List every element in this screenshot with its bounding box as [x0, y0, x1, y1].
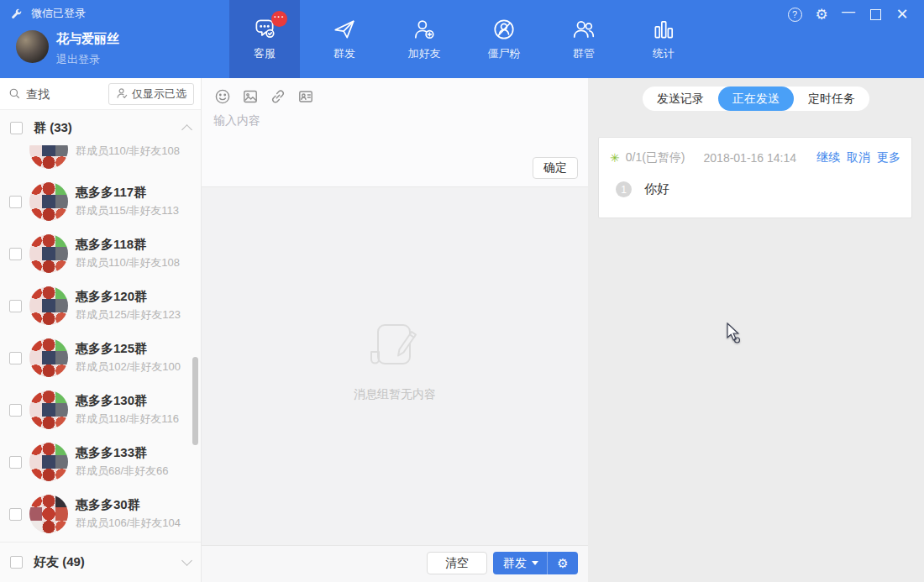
group-avatar	[29, 338, 68, 377]
group-avatar	[29, 443, 68, 481]
group-list-item[interactable]: 惠多多118群 群成员110/非好友108	[0, 228, 201, 280]
nav-item-customer-service[interactable]: ··· 客服	[229, 0, 300, 78]
group-list-item[interactable]: 惠多多117群 群成员115/非好友113	[0, 176, 201, 228]
cancel-link[interactable]: 取消	[847, 150, 870, 165]
empty-state: 消息组暂无内容	[354, 318, 436, 402]
send-button[interactable]: 群发	[493, 552, 547, 574]
image-button[interactable]	[241, 87, 260, 106]
group-checkbox[interactable]	[9, 352, 22, 364]
message-input[interactable]	[213, 113, 576, 150]
group-checkbox[interactable]	[9, 508, 22, 521]
composer-footer: 清空 群发 ⚙	[202, 545, 588, 582]
group-list-item[interactable]: 惠多多30群 群成员106/非好友104	[0, 488, 201, 540]
group-list-item[interactable]: 惠多多130群 群成员118/非好友116	[0, 384, 201, 436]
group-name: 惠多多133群	[76, 445, 169, 461]
group-checkbox[interactable]	[9, 196, 22, 208]
chevron-up-icon[interactable]	[181, 124, 192, 135]
group-checkbox[interactable]	[9, 456, 22, 469]
settings-button[interactable]: ⚙	[808, 4, 835, 24]
more-link[interactable]: 更多	[877, 150, 900, 165]
group-avatar	[29, 391, 68, 429]
nav-item-group-manage[interactable]: 群管	[549, 0, 619, 78]
group-checkbox[interactable]	[9, 300, 22, 312]
composer-toolbar	[213, 87, 576, 106]
maximize-button[interactable]	[862, 4, 889, 24]
tab-send-history[interactable]: 发送记录	[643, 87, 718, 111]
group-people-icon	[571, 17, 596, 42]
help-icon: ?	[788, 8, 802, 22]
group-sidebar: 仅显示已选 群 (33) 群成员110/非好友108	[0, 78, 202, 582]
chevron-down-icon[interactable]	[181, 555, 192, 566]
show-selected-button[interactable]: 仅显示已选	[108, 83, 194, 105]
group-members: 群成员118/非好友116	[76, 412, 179, 427]
dropdown-caret-icon	[532, 561, 538, 565]
resume-link[interactable]: 继续	[816, 150, 840, 165]
link-button[interactable]	[269, 87, 287, 106]
confirm-button[interactable]: 确定	[533, 157, 578, 179]
nav-label: 加好友	[408, 46, 441, 61]
close-button[interactable]: ✕	[889, 4, 916, 24]
close-icon: ✕	[895, 5, 908, 24]
tab-sending[interactable]: 正在发送	[718, 87, 794, 111]
contact-card-icon	[297, 88, 314, 105]
task-progress: 0/1(已暂停)	[626, 150, 685, 165]
minimize-button[interactable]: —	[835, 4, 862, 24]
sidebar-scrollbar[interactable]	[192, 357, 198, 445]
blocked-user-icon	[491, 17, 517, 42]
send-split-button: 群发 ⚙	[493, 552, 578, 574]
search-row: 仅显示已选	[0, 78, 201, 110]
message-group-area: 消息组暂无内容	[202, 187, 588, 545]
contact-card-button[interactable]	[297, 87, 315, 106]
send-settings-button[interactable]: ⚙	[548, 552, 578, 574]
task-actions: 继续 取消 更多	[816, 150, 900, 165]
group-members: 群成员115/非好友113	[76, 203, 179, 218]
nav-item-mass-send[interactable]: 群发	[309, 0, 380, 78]
login-status-text: 微信已登录	[31, 6, 86, 21]
group-list-item[interactable]: 惠多多125群 群成员102/非好友100	[0, 332, 201, 384]
nav-item-statistics[interactable]: 统计	[628, 0, 699, 78]
nav-label: 群管	[573, 46, 595, 61]
emoji-button[interactable]	[213, 87, 232, 106]
group-name: 惠多多130群	[76, 393, 179, 409]
help-button[interactable]: ?	[781, 4, 808, 24]
tab-scheduled[interactable]: 定时任务	[794, 87, 869, 111]
group-section-label: 群 (33)	[34, 120, 172, 136]
group-section-checkbox[interactable]	[10, 122, 23, 134]
main-nav: ··· 客服 群发	[229, 0, 699, 78]
group-checkbox[interactable]	[9, 248, 22, 260]
nav-item-add-friend[interactable]: 加好友	[389, 0, 459, 78]
user-block: 花与爱丽丝 退出登录	[16, 30, 119, 67]
bar-chart-icon	[651, 17, 676, 42]
group-checkbox[interactable]	[9, 404, 22, 417]
nav-label: 客服	[254, 46, 276, 61]
link-icon	[270, 88, 286, 105]
gear-icon: ⚙	[557, 556, 568, 571]
empty-state-text: 消息组暂无内容	[354, 387, 436, 402]
window-controls: ? ⚙ — ✕	[781, 4, 916, 24]
add-friend-icon	[412, 17, 437, 42]
clear-button[interactable]: 清空	[427, 552, 487, 574]
search-input[interactable]	[26, 87, 103, 101]
smiley-icon	[214, 88, 231, 105]
logout-link[interactable]: 退出登录	[56, 52, 119, 67]
friend-section-header[interactable]: 好友 (49)	[0, 542, 201, 582]
search-icon	[8, 87, 21, 100]
group-members: 群成员110/非好友108	[76, 145, 180, 159]
maximize-icon	[870, 9, 881, 20]
app-header: 微信已登录 ? ⚙ — ✕ 花与爱丽丝 退出登录	[0, 0, 924, 78]
friend-section-label: 好友 (49)	[34, 554, 172, 570]
nav-item-zombie-fans[interactable]: 僵尸粉	[469, 0, 539, 78]
group-avatar	[29, 182, 68, 221]
send-queue-panel: 发送记录 正在发送 定时任务 ✳ 0/1(已暂停) 2018-01-16 14:…	[588, 78, 924, 582]
group-list-item[interactable]: 惠多多133群 群成员68/非好友66	[0, 436, 201, 488]
minimize-icon: —	[842, 4, 855, 19]
app-window: 微信已登录 ? ⚙ — ✕ 花与爱丽丝 退出登录	[0, 0, 924, 582]
show-selected-label: 仅显示已选	[132, 87, 186, 102]
group-members: 群成员125/非好友123	[76, 307, 181, 322]
group-list-item[interactable]: 群成员110/非好友108	[0, 145, 201, 176]
group-avatar	[29, 286, 68, 325]
group-list-item[interactable]: 惠多多120群 群成员125/非好友123	[0, 280, 201, 332]
group-section-header[interactable]: 群 (33)	[0, 110, 201, 145]
message-panel: 确定 消息组暂无内容 清空 群发	[202, 78, 588, 582]
friend-section-checkbox[interactable]	[10, 556, 23, 569]
